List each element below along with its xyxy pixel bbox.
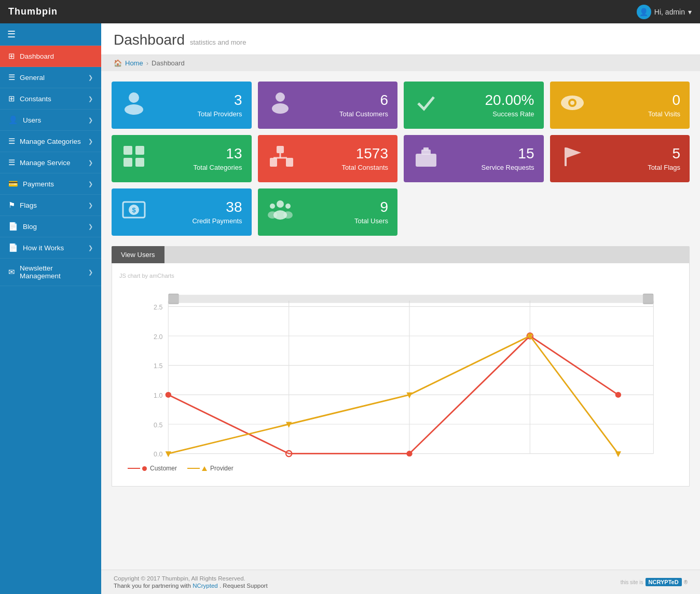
- sidebar-label-dashboard: Dashboard: [20, 52, 54, 60]
- success-icon: [413, 90, 439, 120]
- stat-card-total-constants[interactable]: 1573 Total Constants: [258, 135, 398, 182]
- user-menu[interactable]: 👤 Hi, admin ▾: [637, 5, 692, 19]
- sidebar-item-dashboard[interactable]: ⊞ Dashboard: [0, 46, 101, 67]
- footer-partner-link[interactable]: NCrypted: [193, 583, 218, 589]
- stat-info-payments: 38 Credit Payments: [192, 199, 242, 225]
- sidebar-item-manage-categories[interactable]: ☰ Manage Categories ❯: [0, 131, 101, 152]
- breadcrumb: 🏠 Home › Dashboard: [101, 55, 700, 71]
- users-stat-icon: [267, 197, 293, 227]
- constants-icon: ⊞: [8, 94, 15, 103]
- stat-card-total-visits[interactable]: 0 Total Visits: [550, 82, 690, 129]
- provider-dot: [166, 451, 171, 457]
- visits-icon: [559, 90, 585, 120]
- stat-label-service: Service Requests: [482, 164, 534, 171]
- stat-card-success-rate[interactable]: 20.00% Success Rate: [404, 82, 544, 129]
- chart-tabs: View Users: [112, 246, 690, 263]
- constants-stat-icon: [267, 143, 293, 174]
- stat-label-constants: Total Constants: [341, 164, 388, 171]
- stat-card-credit-payments[interactable]: $ 38 Credit Payments: [112, 188, 252, 236]
- chevron-icon: ❯: [88, 96, 93, 102]
- svg-rect-13: [286, 158, 293, 167]
- main-layout: ☰ ⊞ Dashboard ☰ General ❯ ⊞ Constants ❯: [0, 23, 700, 594]
- sidebar-label-users: Users: [23, 116, 41, 124]
- sidebar-item-how-it-works[interactable]: 📄 How it Works ❯: [0, 237, 101, 259]
- customer-dot: [166, 392, 171, 398]
- legend-customer-label: Customer: [150, 465, 177, 472]
- chevron-icon: ❯: [88, 181, 93, 187]
- stat-info-categories: 13 Total Categories: [194, 146, 242, 172]
- sidebar-item-general[interactable]: ☰ General ❯: [0, 67, 101, 88]
- navbar: Thumbpin 👤 Hi, admin ▾: [0, 0, 700, 23]
- chevron-icon: ❯: [88, 245, 93, 251]
- svg-point-6: [570, 101, 574, 105]
- stat-card-total-customers[interactable]: 6 Total Customers: [258, 82, 398, 129]
- stat-label-providers: Total Providers: [198, 110, 242, 118]
- svg-rect-9: [123, 158, 132, 167]
- stat-number-categories: 13: [194, 146, 242, 162]
- provider-dot: [615, 451, 621, 457]
- svg-rect-19: [565, 147, 567, 166]
- service-icon: ☰: [8, 158, 15, 167]
- customers-icon: [267, 90, 293, 120]
- chevron-icon: ❯: [88, 223, 93, 230]
- sidebar-item-flags[interactable]: ⚑ Flags ❯: [0, 195, 101, 216]
- sidebar-item-blog[interactable]: 📄 Blog ❯: [0, 216, 101, 237]
- footer-copyright: Copyright © 2017 Thumbpin, All Rights Re…: [114, 575, 268, 582]
- stat-info-success: 20.00% Success Rate: [485, 92, 534, 118]
- sidebar-label-manage-service: Manage Service: [20, 159, 71, 167]
- stat-card-total-providers[interactable]: 3 Total Providers: [112, 82, 252, 129]
- sidebar-label-blog: Blog: [23, 223, 37, 231]
- chart-watermark: JS chart by amCharts: [112, 268, 689, 283]
- main-content: Dashboard statistics and more 🏠 Home › D…: [101, 23, 700, 594]
- stat-info-service: 15 Service Requests: [482, 146, 534, 172]
- stat-label-categories: Total Categories: [194, 164, 242, 171]
- svg-point-0: [129, 92, 139, 103]
- chart-section: View Users JS chart by amCharts 0.0 0.5 …: [101, 236, 700, 570]
- sidebar-item-payments[interactable]: 💳 Payments ❯: [0, 173, 101, 195]
- svg-text:2.5: 2.5: [154, 304, 162, 311]
- stat-card-total-users[interactable]: 9 Total Users: [258, 188, 398, 236]
- hamburger-icon[interactable]: ☰: [7, 29, 16, 39]
- stat-number-constants: 1573: [341, 146, 388, 162]
- breadcrumb-current: Dashboard: [152, 59, 185, 67]
- svg-rect-12: [270, 158, 277, 167]
- svg-point-25: [270, 204, 275, 209]
- stat-label-payments: Credit Payments: [192, 217, 242, 225]
- stat-info-visits: 0 Total Visits: [648, 92, 680, 118]
- dashboard-icon: ⊞: [8, 51, 15, 61]
- sidebar-label-payments: Payments: [23, 180, 54, 188]
- stat-label-customers: Total Customers: [339, 110, 388, 118]
- sidebar-toggle[interactable]: ☰: [0, 23, 101, 46]
- sidebar-item-constants[interactable]: ⊞ Constants ❯: [0, 88, 101, 110]
- general-icon: ☰: [8, 73, 15, 82]
- stat-card-total-flags[interactable]: 5 Total Flags: [550, 135, 690, 182]
- categories-icon: ☰: [8, 137, 15, 146]
- legend-provider-label: Provider: [210, 465, 234, 472]
- chevron-icon: ❯: [88, 117, 93, 124]
- user-greeting: Hi, admin: [654, 8, 685, 16]
- page-subtitle: statistics and more: [190, 38, 246, 46]
- sidebar: ☰ ⊞ Dashboard ☰ General ❯ ⊞ Constants ❯: [0, 23, 101, 594]
- breadcrumb-home[interactable]: Home: [125, 59, 143, 67]
- stat-card-service-requests[interactable]: 15 Service Requests: [404, 135, 544, 182]
- footer-badge-suffix: ®: [684, 579, 688, 585]
- chart-legend: Customer Provider: [112, 462, 689, 475]
- flags-icon: ⚑: [8, 200, 15, 210]
- svg-point-26: [285, 204, 291, 209]
- stat-info-users: 9 Total Users: [354, 199, 388, 225]
- stat-number-users: 9: [354, 199, 388, 215]
- sidebar-item-users[interactable]: 👤 Users ❯: [0, 110, 101, 131]
- sidebar-label-constants: Constants: [20, 95, 51, 103]
- user-avatar-icon: 👤: [637, 5, 651, 19]
- svg-rect-11: [277, 146, 284, 153]
- customer-dot: [406, 451, 412, 456]
- svg-text:0.5: 0.5: [154, 422, 162, 429]
- sidebar-item-newsletter[interactable]: ✉ Newsletter Management ❯: [0, 259, 101, 286]
- sidebar-item-manage-service[interactable]: ☰ Manage Service ❯: [0, 152, 101, 173]
- tab-view-users[interactable]: View Users: [112, 246, 164, 263]
- chart-area: JS chart by amCharts 0.0 0.5 1.0 1.5 2.0…: [112, 263, 690, 487]
- stat-card-total-categories[interactable]: 13 Total Categories: [112, 135, 252, 182]
- payments-stat-icon: $: [121, 197, 147, 227]
- svg-point-3: [272, 103, 289, 114]
- home-icon: 🏠: [114, 59, 122, 67]
